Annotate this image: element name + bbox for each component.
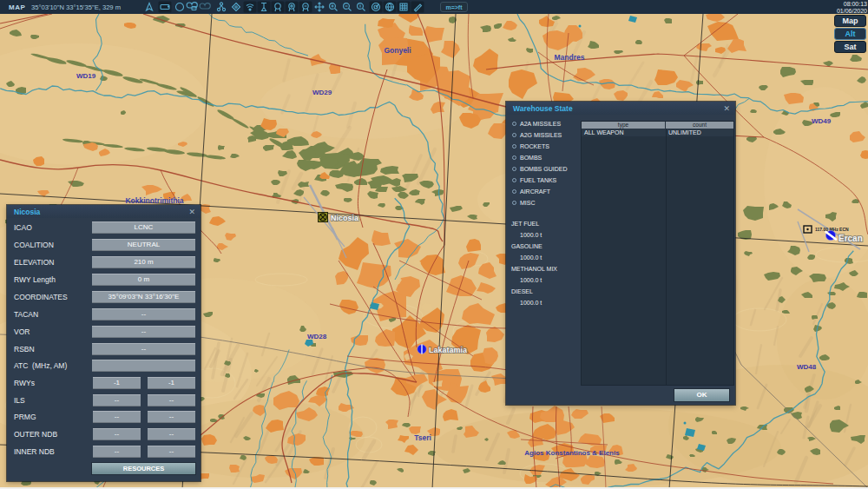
svg-text:WD49: WD49 [812,117,832,125]
svg-text:WD28: WD28 [307,333,327,340]
svg-text:Tseri: Tseri [414,433,431,442]
svg-text:Lakatamia: Lakatamia [429,346,468,354]
svg-text:WD48: WD48 [797,363,817,371]
svg-text:Kokkinotrimithia: Kokkinotrimithia [125,196,183,205]
svg-text:Mandres: Mandres [555,53,585,62]
svg-text:Agios Konstantinos & Elenis: Agios Konstantinos & Elenis [524,449,620,457]
svg-text:WD29: WD29 [312,89,332,96]
svg-text:Ercan: Ercan [838,234,863,243]
svg-text:Nicosia: Nicosia [331,214,359,222]
svg-text:Gonyeli: Gonyeli [384,46,411,55]
svg-text:WD19: WD19 [76,72,96,80]
